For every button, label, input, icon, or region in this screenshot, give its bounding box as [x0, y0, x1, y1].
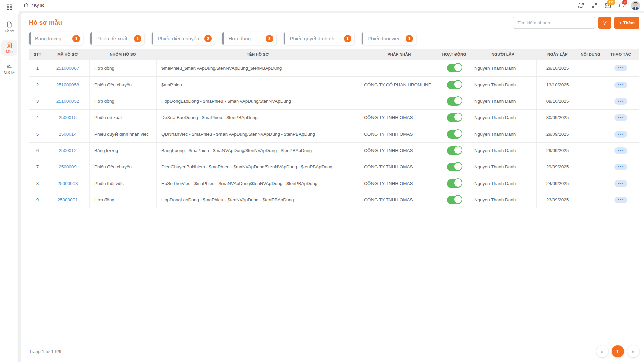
cell-stt: 6 [29, 142, 46, 159]
cell-content [579, 175, 602, 192]
cell-name: QDNhanViec - $maPhieu - $maNVApDung/$ten… [157, 126, 359, 142]
current-page-button[interactable]: 1 [612, 345, 624, 357]
user-avatar[interactable] [631, 1, 640, 10]
sidebar-item-ho-so[interactable]: Hồ sơ [1, 19, 17, 35]
filter-chip-5[interactable]: Phiếu thôi việc 1 [362, 32, 416, 45]
filter-chip-1[interactable]: Phiếu đề xuất 1 [90, 32, 144, 45]
apps-grid-icon[interactable] [0, 0, 19, 14]
row-actions-button[interactable]: ••• [614, 82, 627, 88]
fullscreen-button[interactable] [591, 2, 598, 9]
row-actions-button[interactable]: ••• [614, 114, 627, 121]
chip-count-badge: 1 [344, 35, 351, 42]
notifications-button[interactable]: 4 [617, 2, 625, 9]
toggle-knob [454, 80, 462, 89]
col-header-hoat-dong: HOẠT ĐỘNG [439, 49, 469, 60]
add-button[interactable]: + Thêm [614, 17, 639, 29]
record-code-link[interactable]: 2500012 [59, 148, 77, 153]
chip-accent-bar [90, 32, 92, 45]
record-code-link[interactable]: 2500009 [59, 164, 77, 169]
cell-group: Phiếu điều chuyển [90, 159, 157, 175]
table-header-row: STT MÃ HỒ SƠ NHÓM HỒ SƠ TÊN HỒ SƠ PHÁP N… [29, 49, 639, 60]
active-toggle[interactable] [447, 163, 462, 171]
active-toggle[interactable] [447, 64, 462, 72]
cell-date: 13/10/2025 [537, 76, 579, 93]
sidebar-item-chu-ky[interactable]: Chữ ký [1, 60, 17, 76]
sidebar-item-label: Hồ sơ [5, 29, 14, 33]
cell-content [579, 60, 602, 76]
cell-content [579, 192, 602, 208]
record-code-link[interactable]: 25000001 [57, 197, 78, 202]
cell-date: 29/09/2025 [537, 142, 579, 159]
filter-chips: Bảng lương 1 Phiếu đề xuất 1 Phiếu điều … [29, 32, 639, 45]
table-row-8: 9 25000001 Hợp đồng HopDongLaoDong - $ma… [29, 192, 639, 208]
search-input[interactable] [513, 17, 595, 29]
col-header-ngay-lap: NGÀY LẬP [537, 49, 579, 60]
cell-entity: CÔNG TY TNHH OMAS [359, 109, 439, 126]
active-toggle[interactable] [447, 146, 462, 155]
cell-content [579, 142, 602, 159]
toggle-knob [454, 178, 462, 187]
grid-icon [6, 4, 13, 10]
filter-button[interactable] [598, 17, 611, 29]
filter-chip-0[interactable]: Bảng lương 1 [29, 32, 83, 45]
page-summary: Trang 1 từ 1-9/9 [29, 349, 61, 354]
breadcrumb-text: / Ký số [32, 3, 44, 8]
home-icon[interactable] [23, 3, 29, 8]
filter-chip-4[interactable]: Phiếu quyết định nh... 1 [284, 32, 354, 45]
cell-date: 24/09/2025 [537, 175, 579, 192]
cell-name: DeXuatBaoDuong - $maPhieu - $tenPBApDung [157, 109, 359, 126]
page-title: Hồ sơ mẫu [29, 19, 62, 27]
record-code-link[interactable]: 251000067 [56, 66, 79, 71]
refresh-button[interactable] [577, 2, 585, 9]
cell-creator: Nguyen Thanh Danh [469, 93, 537, 109]
messages-button[interactable]: 211 [604, 2, 611, 9]
toggle-knob [454, 195, 462, 204]
chip-accent-bar [284, 32, 285, 45]
col-header-nhom-ho-so: NHÓM HỒ SƠ [90, 49, 157, 60]
chip-count-badge: 3 [266, 35, 273, 42]
cell-creator: Nguyen Thanh Danh [469, 76, 537, 93]
cell-creator: Nguyen Thanh Danh [469, 109, 537, 126]
cell-date: 23/09/2025 [537, 192, 579, 208]
record-code-link[interactable]: 251000052 [56, 99, 79, 104]
row-actions-button[interactable]: ••• [614, 197, 627, 203]
table-row-4: 5 2500014 Phiếu quyết định nhận việc QDN… [29, 126, 639, 142]
active-toggle[interactable] [447, 179, 462, 188]
sidebar-item-label: Mẫu [6, 50, 12, 54]
cell-content [579, 76, 602, 93]
pagination: « 1 » [596, 345, 639, 357]
record-code-link[interactable]: 2500015 [59, 115, 77, 120]
row-actions-button[interactable]: ••• [614, 180, 627, 187]
row-actions-button[interactable]: ••• [614, 164, 627, 170]
row-actions-button[interactable]: ••• [614, 147, 627, 154]
table-footer: Trang 1 từ 1-9/9 « 1 » [29, 345, 639, 357]
cell-name: $maPhieu_$maNVApDung/$tenNVApDung_$tenPB… [157, 60, 359, 76]
record-code-link[interactable]: 25000003 [57, 181, 78, 186]
record-code-link[interactable]: 251000058 [56, 82, 79, 87]
chip-accent-bar [222, 32, 224, 45]
chip-label: Phiếu điều chuyển [158, 36, 199, 41]
chip-label: Bảng lương [35, 36, 67, 41]
active-toggle[interactable] [447, 196, 462, 204]
prev-page-button[interactable]: « [596, 345, 608, 357]
filter-chip-2[interactable]: Phiếu điều chuyển 2 [152, 32, 215, 45]
next-page-button[interactable]: » [627, 345, 639, 357]
cell-entity: CÔNG TY TNHH OMAS [359, 126, 439, 142]
active-toggle[interactable] [447, 113, 462, 122]
active-toggle[interactable] [447, 81, 462, 89]
cell-creator: Nguyen Thanh Danh [469, 159, 537, 175]
sidebar-item-mau[interactable]: Mẫu [1, 40, 17, 56]
cell-group: Bảng lương [90, 142, 157, 159]
table-row-1: 2 251000058 Phiếu điều chuyển $maPhieu C… [29, 76, 639, 93]
active-toggle[interactable] [447, 97, 462, 106]
row-actions-button[interactable]: ••• [614, 65, 627, 71]
row-actions-button[interactable]: ••• [614, 98, 627, 105]
cell-name: $maPhieu [157, 76, 359, 93]
filter-chip-3[interactable]: Hợp đồng 3 [222, 32, 276, 45]
record-code-link[interactable]: 2500014 [59, 132, 77, 137]
cell-date: 30/09/2025 [537, 109, 579, 126]
row-actions-button[interactable]: ••• [614, 131, 627, 138]
funnel-icon [602, 20, 607, 25]
toggle-knob [454, 129, 462, 138]
active-toggle[interactable] [447, 130, 462, 139]
